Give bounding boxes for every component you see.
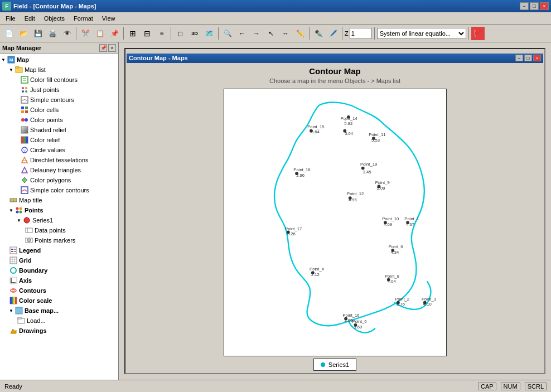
tree-item-shaded-relief[interactable]: Shaded relief <box>0 125 118 135</box>
svg-rect-20 <box>21 137 23 143</box>
tree-item-color-relief[interactable]: Color relief <box>0 135 118 145</box>
arrow-left-btn[interactable]: ← <box>235 27 249 40</box>
zoom-input[interactable]: 1 <box>350 28 372 39</box>
grid-btn[interactable]: ⊞ <box>126 27 139 40</box>
tree-item-data-points[interactable]: Data points <box>0 225 118 235</box>
3d-btn[interactable]: 3D <box>188 27 201 40</box>
load-label: Load... <box>27 317 46 324</box>
svg-text:Point_6: Point_6 <box>352 319 366 324</box>
svg-point-34 <box>16 211 18 214</box>
tree-item-points[interactable]: ▼ Points <box>0 205 118 215</box>
tree-item-base-map[interactable]: ▼ Base map... <box>0 306 118 316</box>
close-button[interactable]: × <box>540 2 549 10</box>
panel-pin-button[interactable]: 📌 <box>99 44 107 52</box>
shaded-relief-icon <box>20 125 29 134</box>
dirichlet-icon <box>20 156 29 164</box>
tree-item-boundary[interactable]: Boundary <box>0 265 118 275</box>
svg-text:4.04: 4.04 <box>387 279 396 284</box>
tree-item-map[interactable]: ▼ M Map <box>0 55 118 65</box>
svg-text:Point_8: Point_8 <box>384 273 399 278</box>
cut-button[interactable]: ✂️ <box>79 27 92 40</box>
svg-rect-60 <box>13 297 15 304</box>
open-button[interactable]: 📂 <box>17 27 30 40</box>
toolbar: 📄 📂 💾 🖨️ 👁️ ✂️ 📋 📌 ⊞ ⊟ ≡ ◻ 3D 🗺️ 🔍 ← → ↖… <box>0 25 551 42</box>
separator-7 <box>374 27 375 40</box>
tree-item-color-fill-contours[interactable]: Color fill contours <box>0 75 118 85</box>
inner-minimize[interactable]: − <box>515 55 523 61</box>
bar-btn[interactable]: ≡ <box>155 27 168 40</box>
pen-btn[interactable]: ✏️ <box>293 27 307 40</box>
svg-point-40 <box>27 239 31 242</box>
tree-item-simple-contours[interactable]: Simple contours <box>0 95 118 105</box>
zoom-out-btn[interactable]: 🔍 <box>221 27 234 40</box>
tree-item-dirichlet[interactable]: Direchlet tesselations <box>0 155 118 165</box>
map-btn[interactable]: 🗺️ <box>202 27 216 40</box>
panel-close-button[interactable]: × <box>108 44 116 52</box>
menu-objects[interactable]: Objects <box>40 14 69 23</box>
flag-btn[interactable]: 🚩 <box>471 27 485 40</box>
inner-maximize[interactable]: □ <box>524 55 532 61</box>
menu-file[interactable]: File <box>1 14 20 23</box>
svg-rect-21 <box>23 137 26 143</box>
tree-item-axis[interactable]: Axis <box>0 275 118 285</box>
tree-item-series1[interactable]: ▼ Series1 <box>0 215 118 225</box>
svg-text:Point_10: Point_10 <box>382 216 399 221</box>
pencil-btn[interactable]: ✒️ <box>312 27 325 40</box>
menu-edit[interactable]: Edit <box>20 14 40 23</box>
select-btn[interactable]: ◻ <box>173 27 187 40</box>
tree-item-grid[interactable]: Grid <box>0 255 118 265</box>
svg-text:M: M <box>9 57 13 62</box>
legend-icon <box>9 246 18 255</box>
print-button[interactable]: 🖨️ <box>46 27 59 40</box>
tree-item-color-cells[interactable]: Color cells <box>0 105 118 115</box>
copy-button[interactable]: 📋 <box>93 27 107 40</box>
tree-item-simple-color-contours[interactable]: Simple color contours <box>0 185 118 195</box>
tree-item-points-markers[interactable]: Points markers <box>0 235 118 245</box>
title-bar: F Field - [Contour Map - Maps] − □ × <box>0 0 551 12</box>
grid-label: Grid <box>19 257 32 264</box>
tree-item-drawings[interactable]: Drawings <box>0 326 118 336</box>
svg-rect-64 <box>18 317 21 319</box>
svg-rect-3 <box>16 66 19 68</box>
tree-item-color-points[interactable]: Color points <box>0 115 118 125</box>
map-list-label: Map list <box>25 66 46 73</box>
tree-item-color-scale[interactable]: Color scale <box>0 296 118 306</box>
svg-rect-41 <box>10 247 17 254</box>
series1-label: Series1 <box>32 217 53 224</box>
tree-item-color-polygons[interactable]: Color polygons <box>0 175 118 185</box>
map-title-label: Map title <box>19 197 42 204</box>
svg-text:Point_6: Point_6 <box>388 244 403 249</box>
svg-text:4.96: 4.96 <box>348 197 356 202</box>
contours-icon <box>9 286 18 295</box>
arrow-right-btn[interactable]: → <box>250 27 263 40</box>
tree-item-map-title[interactable]: T Map title <box>0 195 118 205</box>
tree-item-delauney[interactable]: Delauney triangles <box>0 165 118 175</box>
move-btn[interactable]: ↔ <box>279 27 292 40</box>
tree-item-just-points[interactable]: Just points <box>0 85 118 95</box>
content-panel: Contour Map - Maps − □ × Contour Map Cho… <box>119 42 551 380</box>
paint-btn[interactable]: 🖊️ <box>326 27 340 40</box>
menu-view[interactable]: View <box>98 14 120 23</box>
svg-point-33 <box>19 207 22 210</box>
tree-item-load[interactable]: Load... <box>0 316 118 326</box>
svg-rect-61 <box>15 297 17 304</box>
tree-item-map-list[interactable]: ▼ Map list <box>0 65 118 75</box>
save-button[interactable]: 💾 <box>31 27 45 40</box>
grid2-btn[interactable]: ⊟ <box>141 27 154 40</box>
svg-text:3.66: 3.66 <box>344 318 352 323</box>
tree-item-legend[interactable]: Legend <box>0 245 118 255</box>
color-polygons-icon <box>20 176 29 185</box>
inner-close[interactable]: × <box>533 55 541 61</box>
new-button[interactable]: 📄 <box>2 27 16 40</box>
separator-6 <box>342 27 342 40</box>
cursor-btn[interactable]: ↖ <box>264 27 278 40</box>
paste-button[interactable]: 📌 <box>108 27 121 40</box>
menu-format[interactable]: Format <box>69 14 98 23</box>
maximize-button[interactable]: □ <box>530 2 539 10</box>
system-dropdown[interactable]: System of linear equatio... <box>377 28 466 39</box>
tree-item-circle-values[interactable]: V Circle values <box>0 145 118 155</box>
preview-button[interactable]: 👁️ <box>60 27 74 40</box>
tree-item-contours[interactable]: Contours <box>0 285 118 296</box>
color-scale-icon <box>9 296 18 305</box>
minimize-button[interactable]: − <box>520 2 529 10</box>
